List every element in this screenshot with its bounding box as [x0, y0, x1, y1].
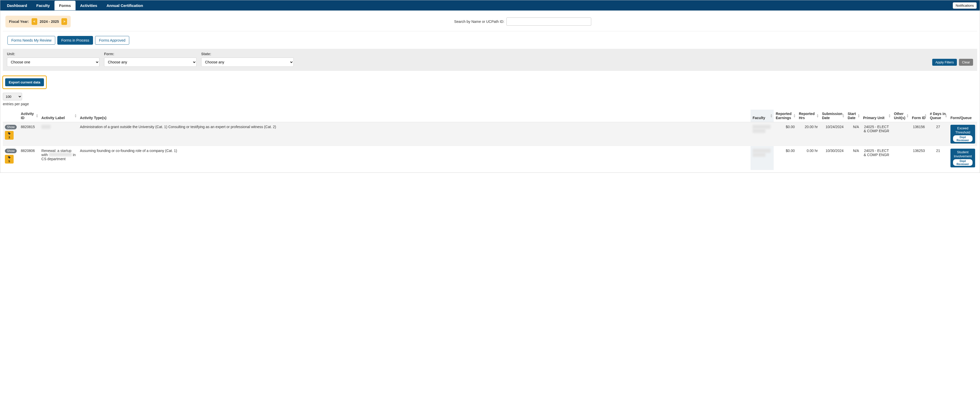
cell-start-date: N/A	[846, 122, 861, 146]
cell-activity-id: 8820806	[19, 146, 39, 170]
cell-faculty: xxxxxxxxxxxx	[751, 146, 774, 170]
col-reported-hrs[interactable]: Reported Hrs▲▼	[797, 109, 820, 122]
subtab-needs-review[interactable]: Forms Needs My Review	[8, 36, 55, 45]
filter-unit-select[interactable]: Choose one	[7, 57, 99, 67]
attachments-count: 3	[8, 136, 10, 139]
entries-per-page: 100 entries per page	[0, 89, 980, 107]
queue-main-label: Student Involvement	[953, 150, 972, 158]
col-form-queue[interactable]: Form/Queue	[948, 109, 977, 122]
cell-faculty: xxxxxxxxxxxx	[751, 122, 774, 146]
cell-form-queue: Student Involvement Dept Reviewer	[948, 146, 977, 170]
cell-activity-types: Assuming founding or co-founding role of…	[78, 146, 751, 170]
apply-filters-button[interactable]: Apply Filters	[932, 59, 957, 66]
show-button[interactable]: Show	[5, 125, 17, 129]
nav-tab-annual-certification[interactable]: Annual Certification	[102, 1, 148, 10]
cell-activity-label: xxx	[39, 122, 78, 146]
filter-unit-label: Unit:	[7, 52, 99, 56]
subtab-approved[interactable]: Forms Approved	[95, 36, 129, 45]
table-row: Show 5 8820806 Renewal: a startup with x…	[3, 146, 977, 170]
clear-filters-button[interactable]: Clear	[959, 59, 973, 66]
col-start-date[interactable]: Start Date▲▼	[846, 109, 861, 122]
cell-primary-unit: 24025 - ELECT & COMP ENGR	[861, 146, 892, 170]
filter-state-select[interactable]: Choose any	[201, 57, 294, 67]
fiscal-year-selector: Fiscal Year: < 2024 - 2025 >	[5, 16, 71, 27]
sort-icon: ▲▼	[74, 114, 77, 118]
queue-main-label: Exceed Threshold	[953, 126, 972, 134]
search-input[interactable]	[506, 17, 591, 26]
cell-days-in-queue: 27	[928, 122, 948, 146]
search-area: Search by Name or UCPath ID:	[454, 17, 591, 26]
forms-table: Activity ID▲▼ Activity Label▲▼ Activity …	[3, 109, 977, 170]
cell-reported-hrs: 20.00 hr	[797, 122, 820, 146]
col-form-id[interactable]: Form ID▲▼	[910, 109, 928, 122]
nav-tab-dashboard[interactable]: Dashboard	[2, 1, 32, 10]
attachments-badge[interactable]: 5	[5, 155, 14, 163]
sort-icon: ▲▼	[888, 114, 891, 118]
queue-badge[interactable]: Exceed Threshold Dept Reviewer	[950, 125, 975, 144]
sort-icon: ▲▼	[924, 114, 927, 118]
cell-reported-hrs: 0.00 hr	[797, 146, 820, 170]
tag-icon	[8, 132, 11, 136]
export-highlight: Export current data	[2, 76, 47, 89]
sort-icon: ▲▼	[945, 114, 947, 118]
subtabs: Forms Needs My Review Forms in Process F…	[0, 31, 980, 47]
show-button[interactable]: Show	[5, 149, 17, 153]
col-faculty[interactable]: Faculty▲▼	[751, 109, 774, 122]
nav-tab-faculty[interactable]: Faculty	[32, 1, 54, 10]
cell-primary-unit: 24025 - ELECT & COMP ENGR	[861, 122, 892, 146]
col-reported-earnings[interactable]: Reported Earnings▲▼	[774, 109, 797, 122]
sort-icon: ▲▼	[793, 114, 796, 118]
col-activity-label[interactable]: Activity Label▲▼	[39, 109, 78, 122]
export-current-data-button[interactable]: Export current data	[5, 78, 44, 86]
notifications-button[interactable]: Notifications	[953, 2, 977, 9]
fiscal-year-value: 2024 - 2025	[40, 19, 59, 24]
cell-form-id: 136253	[910, 146, 928, 170]
filter-form-label: Form:	[104, 52, 197, 56]
sort-icon: ▲▼	[36, 114, 38, 118]
sort-icon: ▲▼	[816, 114, 819, 118]
sort-icon: ▲▼	[842, 114, 845, 118]
fiscal-year-label: Fiscal Year:	[9, 19, 29, 24]
queue-sub-label: Dept Reviewer	[953, 159, 972, 166]
subtab-in-process[interactable]: Forms in Process	[57, 36, 93, 45]
col-primary-unit[interactable]: Primary Unit▲▼	[861, 109, 892, 122]
cell-start-date: N/A	[846, 146, 861, 170]
col-other-units[interactable]: Other Unit(s)▲▼	[892, 109, 910, 122]
top-nav: Dashboard Faculty Forms Activities Annua…	[0, 0, 980, 11]
col-days-in-queue[interactable]: # Days in Queue▲▼	[928, 109, 948, 122]
col-activity-id[interactable]: Activity ID▲▼	[19, 109, 39, 122]
entries-per-page-label: entries per page	[3, 102, 977, 106]
cell-activity-types: Administration of a grant outside the Un…	[78, 122, 751, 146]
search-label: Search by Name or UCPath ID:	[454, 19, 504, 24]
col-submission-date[interactable]: Submission Date▲▼	[820, 109, 846, 122]
tag-icon	[8, 156, 11, 159]
sort-icon: ▲▼	[858, 114, 860, 118]
fiscal-year-next-button[interactable]: >	[61, 18, 67, 25]
cell-reported-earnings: $0.00	[774, 146, 797, 170]
fiscal-search-row: Fiscal Year: < 2024 - 2025 > Search by N…	[3, 11, 977, 31]
queue-sub-label: Dept Reviewer	[953, 135, 972, 142]
cell-activity-label: Renewal: a startup with xxxxxxxxxx in CS…	[39, 146, 78, 170]
filter-form-select[interactable]: Choose any	[104, 57, 197, 67]
cell-other-units	[892, 122, 910, 146]
queue-badge[interactable]: Student Involvement Dept Reviewer	[950, 149, 975, 167]
table-header-row: Activity ID▲▼ Activity Label▲▼ Activity …	[3, 109, 977, 122]
cell-submission-date: 10/30/2024	[820, 146, 846, 170]
sort-icon: ▲▼	[770, 114, 773, 118]
attachments-badge[interactable]: 3	[5, 131, 14, 139]
filter-bar: Unit: Choose one Form: Choose any State:…	[3, 49, 977, 71]
cell-days-in-queue: 21	[928, 146, 948, 170]
nav-tab-forms[interactable]: Forms	[54, 1, 76, 10]
cell-form-id: 136156	[910, 122, 928, 146]
cell-activity-id: 8820815	[19, 122, 39, 146]
table-row: Show 3 8820815 xxx Administration of a g…	[3, 122, 977, 146]
col-actions	[3, 109, 19, 122]
col-activity-types[interactable]: Activity Type(s)	[78, 109, 751, 122]
nav-tab-activities[interactable]: Activities	[76, 1, 102, 10]
filter-state-label: State:	[201, 52, 294, 56]
cell-reported-earnings: $0.00	[774, 122, 797, 146]
attachments-count: 5	[8, 160, 10, 163]
rows-per-page-select[interactable]: 100	[3, 93, 22, 100]
cell-form-queue: Exceed Threshold Dept Reviewer	[948, 122, 977, 146]
fiscal-year-prev-button[interactable]: <	[32, 18, 37, 25]
